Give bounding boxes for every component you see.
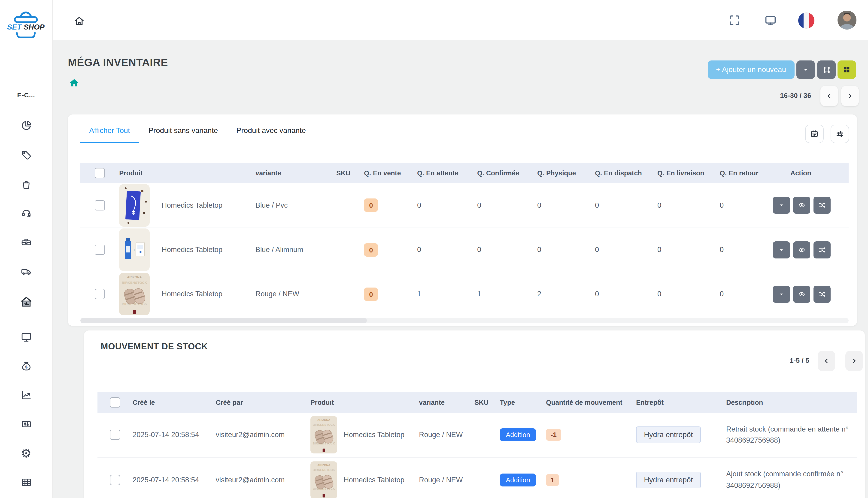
stock-next-page-button[interactable] xyxy=(845,351,863,371)
inventory-prev-page-button[interactable] xyxy=(820,86,838,106)
display-mode-button[interactable] xyxy=(764,14,777,27)
shopping-bag-icon xyxy=(20,179,32,191)
app-window: SET SHOP E-C... xyxy=(0,0,868,498)
inventory-pagination-label: 16-30 / 36 xyxy=(749,91,811,99)
tab-show-all[interactable]: Afficher Tout xyxy=(80,120,139,143)
sidebar-item-shipping[interactable] xyxy=(0,265,52,277)
sidebar-item-tables[interactable] xyxy=(0,476,52,488)
movement-qty-badge: -1 xyxy=(546,429,561,441)
col-movement-qty: Quantité de mouvement xyxy=(540,392,630,412)
warehouse-badge: Hydra entrepôt xyxy=(636,427,701,443)
toolbox-icon xyxy=(20,236,32,248)
brand-logo[interactable]: SET SHOP xyxy=(5,10,47,41)
sidebar-item-orders[interactable] xyxy=(0,179,52,191)
svg-text:SET SHOP: SET SHOP xyxy=(7,23,44,31)
q-delivery-value: 0 xyxy=(652,227,714,272)
select-all-checkbox[interactable] xyxy=(95,168,105,178)
created-by-value: visiteur2@admin.com xyxy=(210,412,305,457)
row-view-button[interactable] xyxy=(793,197,810,214)
sidebar: SET SHOP E-C... xyxy=(0,0,53,498)
product-image-blue-bottle: + xyxy=(119,228,150,271)
eye-icon xyxy=(798,246,806,253)
variant-value: Blue / Alimnum xyxy=(250,227,331,272)
row-actions-dropdown-button[interactable] xyxy=(773,286,790,303)
col-sku: SKU xyxy=(469,392,494,412)
row-view-button[interactable] xyxy=(793,286,810,303)
q-dispatch-value: 0 xyxy=(589,272,652,316)
sidebar-section-label: E-C... xyxy=(0,91,52,99)
avatar-photo xyxy=(838,11,856,29)
sidebar-item-toolbox[interactable] xyxy=(0,236,52,248)
row-transfer-button[interactable] xyxy=(814,286,831,303)
scrollbar-thumb[interactable] xyxy=(80,318,367,323)
inventory-header-row: Produit variante SKU Q. En vente Q. En a… xyxy=(80,163,848,183)
tab-product-with-variant[interactable]: Produit avec variante xyxy=(227,120,315,143)
q-physical-value: 2 xyxy=(532,272,589,316)
created-by-value: visiteur2@admin.com xyxy=(210,457,305,498)
add-new-button[interactable]: + Ajouter un nouveau xyxy=(708,61,794,79)
variant-value: Rouge / NEW xyxy=(413,457,469,498)
select-mode-button[interactable] xyxy=(817,61,836,79)
product-image-sandals: ARIZONA BIRKENSTOCK BIRKENSTOCK xyxy=(310,415,337,455)
shopping-bag-logo-icon: SET SHOP xyxy=(5,10,47,41)
row-actions-dropdown-button[interactable] xyxy=(773,197,790,214)
col-warehouse: Entrepôt xyxy=(630,392,720,412)
sidebar-item-settings[interactable]: ⚙ xyxy=(0,447,52,459)
sku-value xyxy=(469,412,494,457)
sidebar-item-products[interactable] xyxy=(0,149,52,161)
q-waiting-value: 1 xyxy=(412,272,472,316)
q-dispatch-value: 0 xyxy=(589,183,652,227)
sidebar-item-finance[interactable]: $ xyxy=(0,360,52,372)
q-delivery-value: 0 xyxy=(652,183,714,227)
row-checkbox[interactable] xyxy=(95,200,105,210)
row-checkbox[interactable] xyxy=(110,475,120,485)
horizontal-scrollbar[interactable] xyxy=(80,318,848,323)
stock-pagination-label: 1-5 / 5 xyxy=(740,356,809,364)
inventory-next-page-button[interactable] xyxy=(841,86,859,106)
sku-value xyxy=(331,183,358,227)
date-filter-button[interactable] xyxy=(805,124,824,143)
grid-view-button[interactable] xyxy=(838,61,856,79)
col-product: Produit xyxy=(114,163,250,183)
sidebar-item-support[interactable] xyxy=(0,207,52,219)
sidebar-item-reports[interactable] xyxy=(0,389,52,401)
row-checkbox[interactable] xyxy=(110,430,120,440)
row-actions-dropdown-button[interactable] xyxy=(773,241,790,258)
table-row: 2025-07-14 20:58:54 visiteur2@admin.com … xyxy=(98,412,857,457)
pie-chart-icon xyxy=(20,119,32,132)
shuffle-icon xyxy=(818,290,826,298)
col-variant: variante xyxy=(413,392,469,412)
language-selector-french-flag-icon[interactable] xyxy=(798,12,814,29)
row-checkbox[interactable] xyxy=(95,245,105,255)
page-title: MÉGA INVENTAIRE xyxy=(68,56,168,69)
svg-text:+: + xyxy=(133,248,136,252)
sidebar-item-dashboard[interactable] xyxy=(0,119,52,132)
q-dispatch-value: 0 xyxy=(589,227,652,272)
row-transfer-button[interactable] xyxy=(814,197,831,214)
gear-icon: ⚙ xyxy=(21,447,31,459)
row-checkbox[interactable] xyxy=(95,289,105,299)
stock-header-row: Créé le Créé par Produit variante SKU Ty… xyxy=(98,392,857,412)
product-image-sandals: ARIZONA BIRKENSTOCK BIRKENSTOCK xyxy=(119,273,150,315)
home-button[interactable] xyxy=(73,15,86,27)
stock-prev-page-button[interactable] xyxy=(818,351,835,371)
tab-product-without-variant[interactable]: Produit sans variante xyxy=(139,120,227,143)
breadcrumb[interactable] xyxy=(69,78,79,88)
stock-select-all-checkbox[interactable] xyxy=(110,397,120,408)
row-view-button[interactable] xyxy=(793,241,810,258)
filter-button[interactable] xyxy=(831,124,849,143)
q-confirmed-value: 1 xyxy=(472,272,532,316)
product-name: Homedics Tabletop xyxy=(344,476,405,484)
movement-description: Retrait stock (commande en attente n° 34… xyxy=(726,424,857,446)
sidebar-item-preferences[interactable] xyxy=(0,418,52,430)
sidebar-item-inventory-active[interactable] xyxy=(0,296,52,308)
user-avatar[interactable] xyxy=(838,11,856,29)
product-name: Homedics Tabletop xyxy=(162,201,222,210)
movement-type-badge: Addition xyxy=(500,473,536,486)
add-options-dropdown-button[interactable] xyxy=(796,61,815,79)
row-transfer-button[interactable] xyxy=(814,241,831,258)
filter-sliders-icon xyxy=(835,129,844,139)
caret-down-icon xyxy=(778,202,784,208)
sidebar-item-pos[interactable] xyxy=(0,331,52,343)
fullscreen-button[interactable] xyxy=(728,14,741,27)
